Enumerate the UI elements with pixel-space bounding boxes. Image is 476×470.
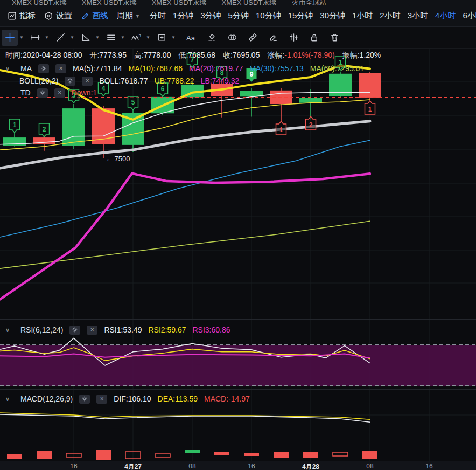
drawing-toolbar: ▼ ▼ ▼ ▼ ▼ 3 ▼ ▼ Aa	[0, 27, 476, 49]
chevron-down-icon[interactable]: ▼	[18, 35, 25, 40]
ohlc-field: 时间:2020-04-28 08:00	[5, 51, 82, 60]
trend-line-tool[interactable]	[52, 30, 68, 46]
macd-value: MACD:-14.97	[204, 395, 250, 403]
ma-settings-button[interactable]	[38, 64, 49, 73]
chevron-down-icon[interactable]: ▼	[119, 35, 127, 40]
interval-option[interactable]: 3小时	[408, 11, 428, 21]
chevron-down-icon[interactable]: ∨	[5, 327, 14, 334]
macd-value: DIF:106.10	[114, 395, 151, 403]
shape-tool[interactable]	[153, 30, 170, 46]
rsi-settings-button[interactable]	[69, 326, 80, 335]
crosshair-tool[interactable]	[2, 30, 18, 46]
interval-option[interactable]: 4小时	[435, 11, 456, 21]
interval-option[interactable]: 分时	[150, 11, 166, 21]
time-label: 4月28	[302, 462, 319, 470]
interval-option[interactable]: 3分钟	[200, 11, 221, 21]
market-tab[interactable]: XMEX USDT永续	[74, 0, 144, 5]
lock-icon[interactable]	[306, 30, 322, 46]
tab-bar: XMEX USDT永续XMEX USDT永续XMEX USDT永续XMEX US…	[0, 0, 476, 5]
chevron-down-icon[interactable]: ∨	[5, 396, 14, 403]
macd-legend-row: ∨ MACD(12,26,9) × DIF:106.10DEA:113.59MA…	[5, 393, 250, 404]
market-tab[interactable]: XMEX USDT永续	[4, 0, 74, 5]
draw-lines-label: 画线	[92, 11, 108, 21]
boll-settings-button[interactable]	[65, 77, 75, 86]
overlay-BOLL-LB	[0, 174, 370, 300]
trash-icon[interactable]	[326, 30, 342, 46]
td-mark-number: 5	[131, 99, 135, 106]
ma-value: MA(5):7711.84	[73, 64, 122, 73]
rsi-legend-row: ∨ RSI(6,12,24) × RSI1:53.49RSI2:59.67RSI…	[5, 324, 230, 335]
chevron-down-icon[interactable]: ▼	[43, 35, 51, 40]
parallel-lines-tool[interactable]	[103, 30, 119, 46]
interval-option[interactable]: 2小时	[380, 11, 400, 21]
ma-title: MA	[20, 64, 32, 73]
interval-option[interactable]: 5分钟	[228, 11, 249, 21]
td-mark-number: 1	[368, 106, 372, 113]
ohlc-field: 收:7695.05	[223, 51, 260, 60]
rsi-value: RSI2:59.67	[148, 326, 186, 334]
interval-option[interactable]: 1小时	[352, 11, 373, 21]
triangle-tool[interactable]	[78, 30, 94, 46]
horizontal-segment-tool[interactable]	[27, 30, 43, 46]
ma-value: MA(60):7295.61	[310, 64, 364, 73]
measure-brush-tool[interactable]	[204, 30, 220, 46]
boll-value: UB:7788.22	[155, 77, 194, 85]
boll-value: BOLL:7618.77	[99, 77, 148, 85]
macd-histogram-bar	[303, 452, 318, 458]
overlay-MA30	[0, 140, 370, 237]
time-label: 16	[70, 462, 77, 470]
time-axis[interactable]: 164月2708164月280816	[0, 461, 476, 470]
td-title: TD	[20, 88, 31, 97]
macd-close-button[interactable]: ×	[96, 395, 107, 404]
chevron-down-icon[interactable]: ▼	[68, 35, 76, 40]
market-tab[interactable]: XMEX USDT永续	[214, 0, 284, 5]
chevron-down-icon[interactable]: ▼	[144, 35, 152, 40]
macd-settings-button[interactable]	[79, 395, 90, 404]
overlap-circles-tool[interactable]	[224, 30, 240, 46]
market-tab[interactable]: XMEX USDT永续	[144, 0, 214, 5]
boll-value: LB:7449.32	[201, 77, 240, 85]
candle-body	[299, 98, 322, 103]
signature-pen-tool[interactable]	[265, 30, 281, 46]
interval-option[interactable]: 1分钟	[173, 11, 193, 21]
rsi-value: RSI3:60.86	[193, 326, 230, 334]
td-settings-button[interactable]	[37, 88, 48, 98]
macd-title: MACD(12,26,9)	[20, 395, 73, 403]
interval-option[interactable]: 10分钟	[256, 11, 281, 21]
boll-title: BOLL(20,2)	[19, 77, 58, 85]
ohlc-field: 开:7773.95	[89, 51, 127, 60]
ma-value: MA(30):7557.13	[249, 64, 303, 73]
boll-close-button[interactable]: ×	[82, 77, 93, 86]
interval-option[interactable]: 6小时	[463, 11, 476, 21]
macd-histogram-bar	[7, 454, 22, 459]
rsi-close-button[interactable]: ×	[87, 326, 97, 335]
settings-button[interactable]: 设置	[44, 11, 72, 21]
market-tab[interactable]: 火币全球站	[284, 0, 334, 5]
ma-close-button[interactable]: ×	[55, 64, 66, 73]
macd-histogram-bar	[244, 453, 259, 456]
td-close-button[interactable]: ×	[54, 88, 65, 98]
period-dropdown[interactable]: 周期 ▼	[117, 11, 140, 21]
candle-body	[329, 74, 352, 96]
chevron-down-icon[interactable]: ▼	[170, 35, 177, 40]
text-tool[interactable]: Aa	[183, 30, 199, 46]
interval-option[interactable]: 15分钟	[288, 11, 313, 21]
macd-histogram-bar	[333, 452, 348, 456]
indicator-button[interactable]: 指标	[8, 11, 36, 21]
pattern-tool[interactable]	[285, 30, 302, 46]
wave-tool[interactable]: 3	[128, 30, 144, 46]
ma-legend-row: ∨ MA × MA(5):7711.84MA(10):7687.66MA(20)…	[5, 63, 364, 74]
macd-histogram-bar	[362, 451, 377, 459]
macd-histogram-bar	[274, 452, 289, 458]
interval-option[interactable]: 30分钟	[320, 11, 345, 21]
time-label: 4月27	[124, 462, 142, 470]
svg-text:Aa: Aa	[186, 33, 195, 42]
draw-lines-button[interactable]: 画线	[81, 11, 108, 21]
gear-icon	[44, 11, 53, 20]
ruler-tool[interactable]	[244, 30, 261, 46]
macd-histogram-bar	[37, 451, 52, 459]
chevron-down-icon[interactable]: ∨	[5, 65, 14, 72]
td-mark-number: 2	[43, 126, 46, 133]
rsi-value: RSI1:53.49	[104, 326, 142, 334]
chevron-down-icon[interactable]: ▼	[94, 35, 101, 40]
